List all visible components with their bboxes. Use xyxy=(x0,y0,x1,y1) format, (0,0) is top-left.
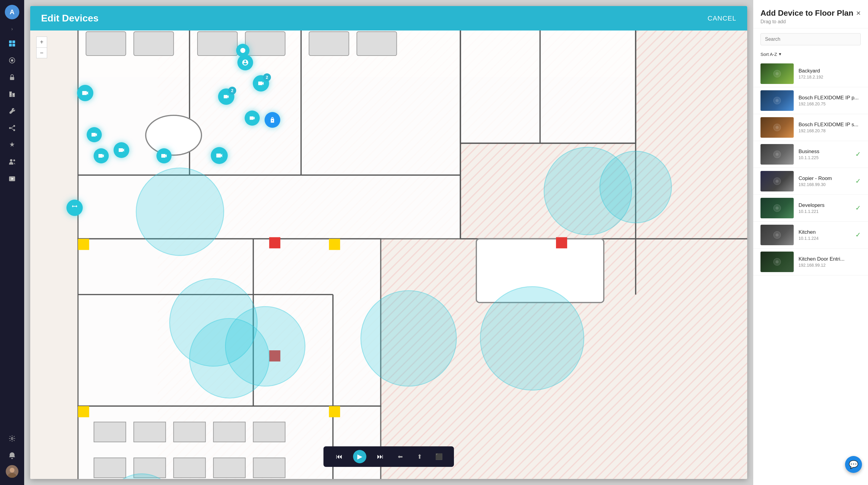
search-input[interactable] xyxy=(761,33,861,45)
device-ip: 10.1.1.224 xyxy=(799,236,850,241)
camera-pin-10[interactable] xyxy=(245,111,260,126)
right-panel-subtitle: Drag to add xyxy=(761,19,854,25)
svg-rect-66 xyxy=(556,237,567,248)
sidebar-item-tools[interactable] xyxy=(5,104,19,118)
device-ip: 192.168.20.78 xyxy=(799,128,861,133)
svg-rect-46 xyxy=(309,32,349,56)
svg-point-83 xyxy=(776,72,779,75)
camera-pin-4[interactable] xyxy=(114,142,129,158)
zoom-out-button[interactable]: − xyxy=(36,48,47,58)
svg-point-21 xyxy=(11,437,13,439)
device-thumbnail xyxy=(761,171,794,191)
sidebar-item-notifications[interactable] xyxy=(5,449,19,462)
device-list-item[interactable]: Kitchen10.1.1.224✓ xyxy=(753,222,868,248)
device-list-item[interactable]: Kitchen Door Entri...192.168.99.12 xyxy=(753,248,868,275)
device-placed-check-icon: ✓ xyxy=(855,150,861,158)
svg-rect-43 xyxy=(134,32,174,56)
svg-rect-27 xyxy=(78,30,460,239)
floor-plan-map[interactable]: + − xyxy=(30,30,747,479)
camera-pin-6[interactable] xyxy=(211,147,228,164)
sidebar-expand-button[interactable]: › xyxy=(7,24,17,34)
device-name: Backyard xyxy=(799,68,861,74)
player-back-icon[interactable]: ⬅ xyxy=(394,451,406,463)
device-thumbnail xyxy=(761,63,794,84)
camera-pin-3[interactable] xyxy=(94,148,109,163)
user-avatar-bottom[interactable] xyxy=(6,465,19,478)
sidebar-item-building[interactable] xyxy=(5,88,19,101)
sidebar-item-users[interactable] xyxy=(5,155,19,169)
modal-cancel-button[interactable]: CANCEL xyxy=(708,14,736,22)
svg-line-15 xyxy=(11,126,13,128)
svg-rect-8 xyxy=(12,93,15,97)
chat-bubble-button[interactable]: 💬 xyxy=(845,456,862,473)
camera-pin-2[interactable] xyxy=(87,127,102,142)
right-panel-title: Add Device to Floor Plan xyxy=(761,8,854,18)
player-upload-icon[interactable]: ⬆ xyxy=(413,451,426,463)
camera-pin-1[interactable] xyxy=(77,85,93,101)
camera-pin-9[interactable] xyxy=(236,44,249,57)
svg-rect-50 xyxy=(94,422,126,442)
device-list-item[interactable]: Developers10.1.1.221✓ xyxy=(753,195,868,222)
device-name: Copier - Room xyxy=(799,176,850,182)
device-list-item[interactable]: Bosch FLEXIDOME IP s...192.168.20.78 xyxy=(753,114,868,141)
device-placed-check-icon: ✓ xyxy=(855,231,861,239)
sidebar: A › xyxy=(0,0,24,485)
device-ip: 192.168.99.12 xyxy=(799,263,861,268)
sidebar-item-camera[interactable] xyxy=(5,54,19,67)
svg-point-95 xyxy=(776,234,779,237)
svg-point-97 xyxy=(776,260,779,263)
camera-pin-anchor[interactable] xyxy=(265,112,280,128)
svg-rect-6 xyxy=(10,77,14,80)
svg-rect-3 xyxy=(12,44,15,47)
device-thumbnail xyxy=(761,144,794,164)
device-thumbnail xyxy=(761,90,794,111)
device-list-item[interactable]: Business10.1.1.225✓ xyxy=(753,141,868,168)
svg-rect-53 xyxy=(214,422,246,442)
camera-pin-badge-2[interactable]: 2 xyxy=(218,89,235,105)
svg-rect-11 xyxy=(13,94,14,95)
svg-point-22 xyxy=(10,468,14,473)
sidebar-item-access[interactable] xyxy=(5,71,19,84)
camera-pin-8[interactable] xyxy=(238,55,253,70)
device-name: Bosch FLEXIDOME IP s... xyxy=(799,122,861,128)
right-panel-close-button[interactable]: × xyxy=(856,8,861,18)
sort-bar: Sort A-Z ▾ xyxy=(753,50,868,60)
camera-pin-5[interactable] xyxy=(66,200,83,216)
svg-point-77 xyxy=(361,291,457,386)
device-list-item[interactable]: Backyard172.18.2.192 xyxy=(753,60,868,87)
sidebar-item-dashboard[interactable] xyxy=(5,37,19,50)
svg-rect-9 xyxy=(10,93,11,93)
device-name: Kitchen xyxy=(799,229,850,235)
map-zoom-controls: + − xyxy=(36,36,47,58)
device-ip: 192.168.20.75 xyxy=(799,101,861,106)
camera-pin-7[interactable] xyxy=(156,148,172,163)
sort-dropdown-button[interactable]: ▾ xyxy=(779,51,781,57)
rewind-button[interactable]: ⏮ xyxy=(333,450,346,463)
svg-rect-58 xyxy=(214,458,246,478)
camera-pin-badge-1[interactable]: 2 xyxy=(253,75,269,91)
fast-forward-button[interactable]: ⏭ xyxy=(374,450,387,463)
device-thumbnail xyxy=(761,198,794,218)
svg-line-16 xyxy=(11,128,13,129)
device-placed-check-icon: ✓ xyxy=(855,204,861,212)
device-list-item[interactable]: Copier - Room192.168.99.30✓ xyxy=(753,168,868,195)
play-button[interactable]: ▶ xyxy=(353,450,366,463)
svg-rect-10 xyxy=(10,94,11,95)
svg-point-91 xyxy=(776,180,779,183)
device-list-item[interactable]: Bosch FLEXIDOME IP p...192.168.20.75 xyxy=(753,87,868,114)
sidebar-item-alerts[interactable] xyxy=(5,138,19,152)
sidebar-item-integrations[interactable] xyxy=(5,121,19,135)
sidebar-item-clips[interactable] xyxy=(5,172,19,185)
svg-point-17 xyxy=(10,159,12,161)
svg-point-14 xyxy=(13,129,15,131)
device-ip: 10.1.1.225 xyxy=(799,155,850,160)
player-fullscreen-icon[interactable]: ⬛ xyxy=(433,451,445,463)
svg-rect-70 xyxy=(329,406,340,417)
modal-title: Edit Devices xyxy=(41,13,98,24)
zoom-in-button[interactable]: + xyxy=(36,36,47,48)
avatar[interactable]: A xyxy=(5,5,19,19)
device-list: Backyard172.18.2.192 Bosch FLEXIDOME IP … xyxy=(753,60,868,485)
sidebar-item-settings[interactable] xyxy=(5,432,19,445)
svg-rect-67 xyxy=(78,239,89,250)
device-ip: 172.18.2.192 xyxy=(799,74,861,80)
